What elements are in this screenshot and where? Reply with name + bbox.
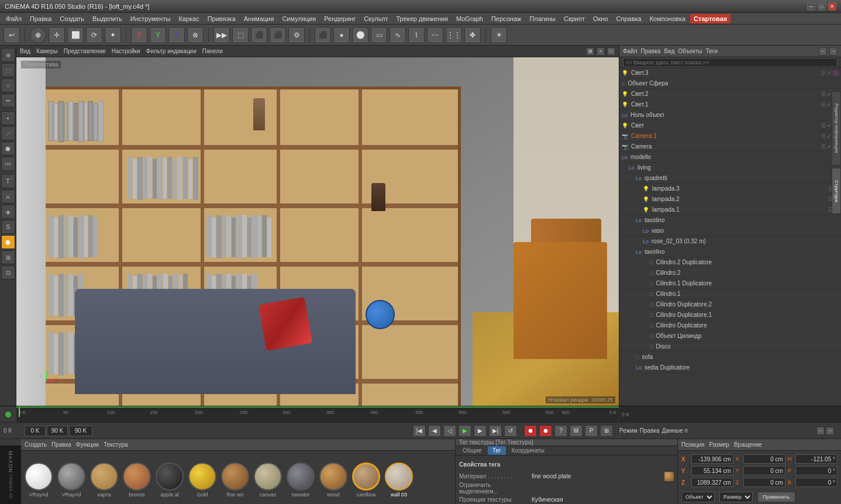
render-settings[interactable]: ⚙ <box>288 27 305 43</box>
obj-vis1[interactable]: ☰ <box>821 70 826 76</box>
timeline-row[interactable]: 0 K 50 100 150 200 250 300 350 400 450 5… <box>16 406 619 417</box>
xpresso-tool[interactable]: ✤ <box>464 27 481 43</box>
obj-list-item-27[interactable]: □sofa <box>619 352 841 363</box>
tool-brush[interactable]: S <box>1 220 15 234</box>
axis-x[interactable]: X <box>131 27 147 43</box>
menu-window[interactable]: Окно <box>590 14 612 23</box>
menu-render[interactable]: Рендеринг <box>320 14 359 23</box>
move-tool[interactable]: ✛ <box>49 27 65 43</box>
props-tab-coords[interactable]: Координаты <box>507 446 549 455</box>
tool-freehand[interactable]: ✏ <box>1 94 15 108</box>
menu-select[interactable]: Выделить <box>89 14 126 23</box>
menu-plugins[interactable]: Плагины <box>526 14 559 23</box>
transform-mode-select[interactable]: Объект Мир <box>681 492 715 502</box>
obj-menu-view[interactable]: Вид <box>664 48 674 54</box>
mat-karta[interactable]: карта <box>90 462 118 498</box>
prev-frame-button[interactable]: ◀ <box>428 425 441 437</box>
props-tab-general[interactable]: Общие <box>458 446 487 455</box>
tool-uv[interactable]: UV <box>1 157 15 171</box>
axis-y[interactable]: Y <box>150 27 166 43</box>
select-tool[interactable]: ⊕ <box>30 27 46 43</box>
obj-list-item-3[interactable]: 💡Свет.1☰✓ <box>619 99 841 110</box>
tool-points[interactable]: • <box>1 111 15 125</box>
nurbs-tool[interactable]: ⌇ <box>408 27 425 43</box>
mat-menu-create[interactable]: Создать <box>25 441 47 448</box>
obj-vis1[interactable]: ☰ <box>821 123 826 129</box>
obj-list-item-15[interactable]: Lovaso <box>619 226 841 236</box>
menu-edit[interactable]: Правка <box>26 14 55 23</box>
obj-menu-objects[interactable]: Объекты <box>678 48 702 54</box>
scheme-button[interactable]: ⊞ <box>600 425 613 437</box>
tool-texture[interactable]: T <box>1 174 15 188</box>
scale-tool[interactable]: ⬜ <box>67 27 84 43</box>
obj-list-item-25[interactable]: □Объект Цилиндр <box>619 331 841 341</box>
tool-paint[interactable]: ⬢ <box>1 235 15 249</box>
obj-vis1[interactable]: ☰ <box>821 102 826 108</box>
tool-knife[interactable]: ⚔ <box>1 189 15 203</box>
obj-list-item-6[interactable]: 📷Camera.1☰✓ <box>619 131 841 141</box>
tool-circle-selection[interactable]: ○ <box>1 78 15 92</box>
mat-vray1[interactable]: VRayAd <box>25 462 53 498</box>
obj-list-item-4[interactable]: LoНоль объект <box>619 110 841 120</box>
obj-list-item-8[interactable]: Lomodello <box>619 152 841 163</box>
obj-check[interactable]: ✓ <box>827 144 832 150</box>
spline-tool[interactable]: ∿ <box>390 27 406 43</box>
vp-btn-2[interactable]: + <box>597 47 605 56</box>
obj-menu-edit[interactable]: Правка <box>641 48 661 54</box>
sym-tool[interactable]: ⋮⋮ <box>446 27 462 43</box>
transform-p-rot[interactable] <box>795 466 837 475</box>
side-tab-structure[interactable]: Структура <box>832 168 841 215</box>
viewport[interactable]: Z X Нтервал рендра: 10000.25 Перспектива <box>16 57 619 406</box>
mat-vray2[interactable]: VRayAd <box>57 462 85 498</box>
keyframe-button[interactable]: ? <box>554 425 567 437</box>
mat-menu-texture[interactable]: Текстура <box>104 441 127 448</box>
obj-vis1[interactable]: ☰ <box>821 133 826 139</box>
mat-sweater[interactable]: sweater <box>287 462 315 498</box>
vp-menu-panels[interactable]: Панели <box>202 48 223 54</box>
obj-list-item-17[interactable]: Lotavolino <box>619 247 841 257</box>
props-tab-tag[interactable]: Тег <box>488 446 506 455</box>
prim-cube[interactable]: ⬛ <box>315 27 331 43</box>
mat-canvas[interactable]: canvas <box>254 462 282 498</box>
obj-list-item-12[interactable]: 💡lampada.2☰✓ <box>619 194 841 205</box>
undo-button[interactable]: ↩ <box>4 27 20 43</box>
obj-list-item-5[interactable]: 💡Свет☰✓ <box>619 120 841 131</box>
obj-list-item-20[interactable]: □Cilindro.1 Duplicatore <box>619 278 841 289</box>
obj-vis1[interactable]: ☰ <box>821 91 826 97</box>
deform-tool[interactable]: ⋯ <box>427 27 443 43</box>
obj-check[interactable]: ✓ <box>827 91 832 97</box>
obj-check[interactable]: ✓ <box>827 133 832 139</box>
tool-edges[interactable]: ⟋ <box>1 126 15 140</box>
transform-y-pos[interactable] <box>691 466 733 475</box>
go-start-button[interactable]: |◀ <box>413 425 426 437</box>
obj-list-item-11[interactable]: 💡lampada.3☰✓ <box>619 184 841 194</box>
obj-check[interactable]: ✓ <box>827 102 832 108</box>
mat-apple[interactable]: apple.al <box>156 462 184 498</box>
obj-list-item-23[interactable]: □Cilindro Duplicatore.1 <box>619 310 841 320</box>
obj-list-item-10[interactable]: Loquadretti <box>619 173 841 184</box>
tool-grid[interactable]: ⊞ <box>1 250 15 264</box>
prim-plane[interactable]: ▭ <box>371 27 387 43</box>
light-tool[interactable]: ☀ <box>491 27 507 43</box>
transform-size-select[interactable]: Размер <box>719 492 753 502</box>
mat-gold[interactable]: Gold <box>188 462 216 498</box>
obj-check[interactable]: ✓ <box>827 123 832 129</box>
multi-tool[interactable]: ✦ <box>105 27 121 43</box>
obj-menu-file[interactable]: Файл <box>623 48 637 54</box>
vp-btn-1[interactable]: ⊞ <box>586 47 594 56</box>
menu-char[interactable]: Персонаж <box>488 14 525 23</box>
tool-snap-tool[interactable]: ⊡ <box>1 265 15 279</box>
obj-list-item-16[interactable]: Lorose_02_03 (0.32 m) <box>619 236 841 247</box>
frame-start-input[interactable] <box>25 426 46 436</box>
obj-list-item-9[interactable]: Loliving <box>619 163 841 173</box>
search-input[interactable] <box>623 58 837 67</box>
mat-menu-edit[interactable]: Правка <box>51 441 71 448</box>
mat-menu-func[interactable]: Функции <box>76 441 99 448</box>
render-region[interactable]: ⬚ <box>232 27 249 43</box>
obj-vis1[interactable]: ☰ <box>821 144 826 150</box>
transform-x-size[interactable] <box>743 454 785 464</box>
menu-mesh[interactable]: Каркас <box>175 14 202 23</box>
obj-list-item-7[interactable]: 📷Camera☰✓ <box>619 141 841 152</box>
frame-total-input[interactable] <box>69 426 92 436</box>
world-axis[interactable]: ⊗ <box>187 27 204 43</box>
